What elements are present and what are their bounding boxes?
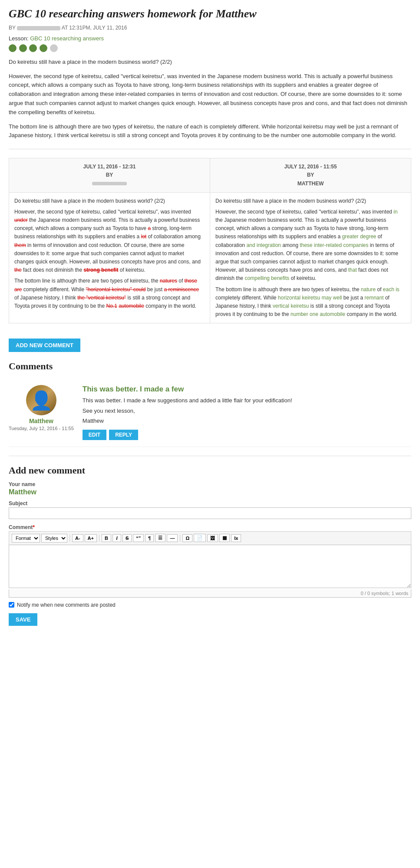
toolbar-sep-2: [99, 535, 99, 542]
question-text: Do keiretsu still have a place in the mo…: [9, 58, 411, 67]
toolbar-quote[interactable]: “”: [133, 534, 144, 542]
rating-star-3: [29, 44, 37, 52]
add-new-comment-button[interactable]: ADD NEW COMMENT: [9, 339, 80, 352]
avatar: 👤: [26, 385, 56, 415]
form-subject-section: Subject: [9, 500, 411, 524]
right-date: JULY 12, 2016 - 11:55: [215, 163, 406, 171]
subject-label: Subject: [9, 500, 411, 506]
paragraph-2: The bottom line is although there are tw…: [9, 122, 411, 141]
notify-label: Notify me when new comments are posted: [17, 602, 116, 608]
left-author-blur: [92, 182, 127, 185]
toolbar-sep-1: [69, 535, 70, 542]
rating-star-4: [40, 44, 47, 52]
comment-body-text-2: See you next lesson,: [83, 407, 411, 415]
comparison-right-body: Do keiretsu still have a place in the mo…: [210, 192, 411, 323]
comments-heading: Comments: [9, 361, 411, 372]
toolbar-list[interactable]: ☰: [155, 534, 165, 542]
word-count: 0 / 0 symbols; 1 words: [9, 589, 411, 598]
comment-label: Comment*: [9, 524, 411, 530]
notify-checkbox[interactable]: [9, 602, 14, 608]
toolbar-font-smaller[interactable]: A-: [72, 534, 83, 542]
form-comment-section: Comment* Format Styles A- A+ B I S “” ¶ …: [9, 524, 411, 598]
comparison-table: JULY 11, 2016 - 12:31 BY JULY 12, 2016 -…: [9, 158, 411, 323]
right-by: BY: [215, 171, 406, 179]
rating-star-1: [9, 44, 17, 52]
comment-block: 👤 Matthew Tuesday, July 12, 2016 - 11:55…: [9, 378, 411, 447]
lesson-link[interactable]: GBC 10 researching answers: [30, 35, 104, 42]
right-author: MATTHEW: [215, 180, 406, 188]
lesson-label: Lesson:: [9, 35, 29, 42]
toolbar-paragraph[interactable]: ¶: [145, 534, 154, 542]
meta-line: BY AT 12:31PM, JULY 11, 2016: [9, 25, 411, 31]
comment-author-name: Matthew: [9, 418, 74, 424]
format-select[interactable]: Format: [12, 534, 40, 542]
save-button[interactable]: SAVE: [9, 613, 37, 626]
comment-toolbar: Format Styles A- A+ B I S “” ¶ ☰ — Ω 📄 🖼…: [9, 531, 411, 545]
comment-avatar-block: 👤 Matthew Tuesday, July 12, 2016 - 11:55: [9, 385, 74, 431]
toolbar-file[interactable]: 📄: [194, 534, 206, 542]
styles-select[interactable]: Styles: [41, 534, 67, 542]
left-date: JULY 11, 2016 - 12:31: [14, 163, 205, 171]
divider-2: [9, 456, 411, 456]
toolbar-bold[interactable]: B: [102, 534, 111, 542]
reply-button[interactable]: REPLY: [109, 430, 138, 440]
comment-title: This was better. I made a few: [83, 385, 411, 394]
add-comment-heading: Add new comment: [9, 465, 411, 476]
rating-icons: [9, 44, 411, 53]
rating-star-5: [50, 44, 58, 52]
comment-body-text-1: This was better. I made a few suggestion…: [83, 396, 411, 405]
toolbar-clear[interactable]: Ix: [231, 534, 241, 542]
toolbar-font-larger[interactable]: A+: [85, 534, 97, 542]
left-by: BY: [14, 171, 205, 179]
notify-line: Notify me when new comments are posted: [9, 602, 411, 608]
required-mark: *: [33, 524, 35, 530]
comment-body: This was better. I made a few This was b…: [83, 385, 411, 440]
form-your-name-section: Your name Matthew: [9, 481, 411, 496]
rating-star-2: [19, 44, 27, 52]
toolbar-italic[interactable]: I: [112, 534, 121, 542]
comment-date: Tuesday, July 12, 2016 - 11:55: [9, 426, 74, 431]
comment-textarea[interactable]: [9, 545, 411, 588]
comparison-left-header: JULY 11, 2016 - 12:31 BY: [9, 158, 210, 193]
at-label: AT 12:31PM, JULY 11, 2016: [62, 25, 127, 31]
comment-body-text-3: Matthew: [83, 417, 411, 425]
toolbar-sep-3: [180, 535, 180, 542]
toolbar-table[interactable]: ▦: [219, 534, 230, 542]
author-avatar-blur: [17, 26, 60, 30]
your-name-value: Matthew: [9, 488, 411, 496]
subject-input[interactable]: [9, 507, 411, 519]
toolbar-omega[interactable]: Ω: [182, 534, 192, 542]
divider-1: [9, 149, 411, 149]
comment-actions: EDIT REPLY: [83, 430, 411, 440]
comparison-right-header: JULY 12, 2016 - 11:55 BY MATTHEW: [210, 158, 411, 193]
comparison-left-body: Do keiretsu still have a place in the mo…: [9, 192, 210, 323]
toolbar-strikethrough[interactable]: S: [122, 534, 132, 542]
your-name-label: Your name: [9, 481, 411, 487]
by-label: BY: [9, 25, 16, 31]
toolbar-hr[interactable]: —: [167, 534, 178, 542]
toolbar-image[interactable]: 🖼: [207, 534, 218, 542]
lesson-line: Lesson: GBC 10 researching answers: [9, 35, 411, 42]
edit-button[interactable]: EDIT: [83, 430, 106, 440]
page-title: GBC 10 researching answers homework for …: [9, 7, 411, 21]
paragraph-1: However, the second type of keiretsu, ca…: [9, 72, 411, 117]
